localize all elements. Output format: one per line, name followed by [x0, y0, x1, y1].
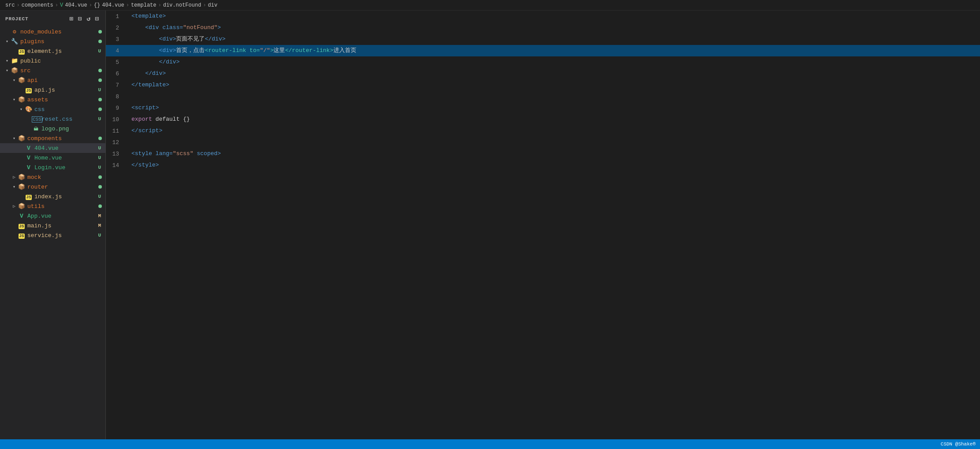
modified-dot: [98, 137, 102, 140]
file-type-icon: JS: [18, 223, 26, 229]
code-token: </style>: [131, 162, 159, 168]
modified-dot: [98, 78, 102, 82]
code-token: </div>: [131, 59, 180, 65]
breadcrumb: src › components › V 404.vue › {} 404.vu…: [0, 0, 980, 11]
line-number: 9: [106, 102, 128, 114]
file-name-label: service.js: [27, 232, 97, 239]
new-file-icon[interactable]: ⊞: [69, 14, 75, 23]
status-csdn: CSDN @Shake®: [941, 442, 976, 447]
tree-item-css[interactable]: ▾🎨css: [0, 104, 105, 114]
modified-dot: [98, 185, 102, 189]
tree-item-Login-vue[interactable]: VLogin.vueU: [0, 163, 105, 172]
git-badge: U: [97, 165, 102, 170]
file-type-icon: 📦: [18, 203, 26, 210]
breadcrumb-item[interactable]: template: [131, 2, 157, 8]
file-type-icon: V: [18, 213, 26, 219]
tree-item-utils[interactable]: ▷📦utils: [0, 201, 105, 211]
code-line: 9<script>: [106, 102, 980, 114]
new-folder-icon[interactable]: ⊟: [77, 14, 83, 23]
breadcrumb-item[interactable]: components: [22, 2, 53, 8]
tree-item-api-js[interactable]: JSapi.jsU: [0, 85, 105, 95]
tree-item-App-vue[interactable]: VApp.vueM: [0, 211, 105, 221]
chevron-icon: ▾: [4, 68, 11, 73]
file-type-icon: 🔧: [11, 38, 19, 45]
tree-item-reset-css[interactable]: CSSreset.cssU: [0, 114, 105, 124]
tree-item-plugins[interactable]: ▾🔧plugins: [0, 37, 105, 46]
tree-item-api[interactable]: ▾📦api: [0, 75, 105, 85]
tree-item-index-js[interactable]: JSindex.jsU: [0, 192, 105, 201]
tree-item-element-js[interactable]: JSelement.jsU: [0, 46, 105, 56]
tree-item-assets[interactable]: ▾📦assets: [0, 95, 105, 104]
tree-item-main-js[interactable]: JSmain.jsM: [0, 221, 105, 230]
explorer-actions: ⊞ ⊟ ↺ ⊟: [69, 14, 100, 23]
code-table: 1<template>2 <div class="notFound">3 <di…: [106, 11, 980, 171]
git-badge: U: [97, 194, 102, 199]
line-number: 14: [106, 160, 128, 171]
refresh-icon[interactable]: ↺: [86, 14, 91, 23]
tree-item-node_modules[interactable]: ⚙node_modules: [0, 27, 105, 37]
code-token: <template>: [131, 13, 166, 19]
code-token: 进入首页: [333, 47, 356, 54]
editor-content[interactable]: 1<template>2 <div class="notFound">3 <di…: [106, 11, 980, 439]
code-token: scoped>: [193, 150, 221, 157]
file-type-icon: 📦: [18, 174, 26, 181]
file-tree: ⚙node_modules▾🔧pluginsJSelement.jsU▾📁pub…: [0, 27, 105, 240]
line-code: <div>页面不见了</div>: [128, 33, 980, 45]
line-code: </style>: [128, 160, 980, 171]
code-token: "scss": [173, 150, 194, 157]
chevron-icon: ▾: [4, 58, 11, 63]
line-code: <template>: [128, 11, 980, 22]
code-line: 5 </div>: [106, 56, 980, 68]
tree-item-service-js[interactable]: JSservice.jsU: [0, 230, 105, 240]
code-token: <div>: [131, 47, 176, 54]
modified-dot: [98, 98, 102, 101]
file-name-label: element.js: [27, 48, 97, 55]
line-number: 2: [106, 22, 128, 33]
breadcrumb-item[interactable]: 404.vue: [102, 2, 124, 8]
breadcrumb-item[interactable]: 404.vue: [65, 2, 87, 8]
file-type-icon: 🎨: [25, 106, 33, 113]
tree-item-logo-png[interactable]: 🏔logo.png: [0, 124, 105, 134]
breadcrumb-item[interactable]: src: [5, 2, 15, 8]
file-type-icon: 📦: [18, 77, 26, 84]
code-line: 11</script>: [106, 125, 980, 137]
file-name-label: mock: [27, 174, 98, 181]
git-badge: M: [97, 223, 102, 228]
tree-item-components[interactable]: ▾📦components: [0, 134, 105, 143]
chevron-icon: ▾: [11, 78, 18, 83]
code-line: 14</style>: [106, 160, 980, 171]
tree-item-router[interactable]: ▾📦router: [0, 182, 105, 192]
file-type-icon: 📦: [18, 96, 26, 103]
file-name-label: logo.png: [41, 126, 105, 132]
line-code: </div>: [128, 68, 980, 79]
file-type-icon: V: [25, 145, 33, 152]
tree-item-public[interactable]: ▾📁public: [0, 56, 105, 66]
modified-dot: [98, 30, 102, 33]
file-type-icon: CSS: [32, 116, 40, 122]
file-type-icon: JS: [25, 193, 33, 200]
code-token: "/": [260, 47, 270, 54]
file-name-label: App.vue: [27, 213, 97, 219]
code-token: 这里: [273, 47, 285, 54]
breadcrumb-item[interactable]: div: [208, 2, 217, 8]
line-code: <div>首页，点击<router-link to="/">这里</router…: [128, 45, 980, 56]
tree-item-404-vue[interactable]: V404.vueU: [0, 143, 105, 153]
code-token: 页面不见了: [176, 36, 205, 42]
code-line: 4 <div>首页，点击<router-link to="/">这里</rout…: [106, 45, 980, 56]
status-right: CSDN @Shake®: [941, 442, 976, 447]
collapse-icon[interactable]: ⊟: [94, 14, 100, 23]
chevron-icon: ▷: [11, 204, 18, 209]
code-token: >: [159, 127, 162, 134]
git-badge: U: [97, 116, 102, 122]
file-explorer: PROJECT ⊞ ⊟ ↺ ⊟ ⚙node_modules▾🔧pluginsJS…: [0, 11, 106, 439]
code-token: <div class=: [131, 24, 183, 31]
tree-item-mock[interactable]: ▷📦mock: [0, 172, 105, 182]
code-token: <router-link to=: [205, 47, 260, 54]
line-number: 12: [106, 137, 128, 148]
tree-item-src[interactable]: ▾📦src: [0, 66, 105, 75]
tree-item-Home-vue[interactable]: VHome.vueU: [0, 153, 105, 163]
line-code: <style lang="scss" scoped>: [128, 148, 980, 160]
file-type-icon: 📦: [18, 183, 26, 190]
breadcrumb-item[interactable]: div.notFound: [163, 2, 201, 8]
breadcrumb-item[interactable]: {}: [94, 2, 100, 8]
